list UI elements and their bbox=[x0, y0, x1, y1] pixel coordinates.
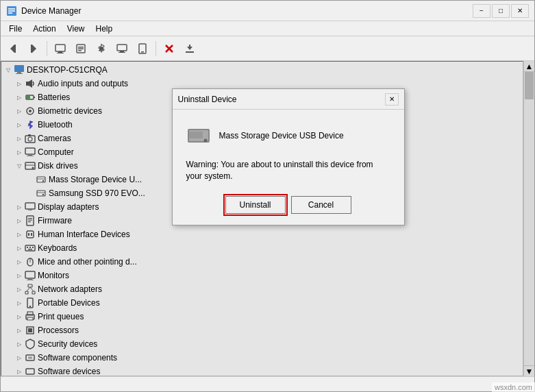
svg-rect-12 bbox=[78, 47, 84, 48]
dialog-close-button[interactable]: ✕ bbox=[385, 93, 399, 106]
uninstall-dialog: Uninstall Device ✕ bbox=[172, 88, 405, 225]
back-button[interactable] bbox=[3, 39, 23, 58]
svg-point-95 bbox=[203, 139, 207, 143]
svg-rect-2 bbox=[8, 10, 15, 12]
uninstall-confirm-button[interactable]: Uninstall bbox=[225, 196, 286, 214]
device-button[interactable] bbox=[133, 39, 152, 58]
close-button[interactable]: ✕ bbox=[511, 4, 529, 18]
settings-button[interactable] bbox=[92, 39, 111, 58]
forward-button[interactable] bbox=[24, 39, 43, 58]
menu-bar: File Action View Help bbox=[1, 21, 534, 36]
display-button[interactable] bbox=[112, 39, 132, 58]
svg-rect-14 bbox=[78, 50, 82, 51]
dialog-buttons: Uninstall Cancel bbox=[186, 196, 390, 214]
svg-rect-19 bbox=[141, 51, 144, 53]
svg-rect-10 bbox=[57, 53, 64, 53]
properties-button[interactable] bbox=[71, 39, 90, 58]
uninstall-button[interactable] bbox=[160, 39, 179, 58]
dialog-content: Mass Storage Device USB Device Warning: … bbox=[173, 110, 404, 225]
svg-rect-5 bbox=[14, 45, 16, 53]
svg-rect-3 bbox=[8, 12, 12, 14]
watermark: wsxdn.com bbox=[492, 382, 535, 392]
menu-file[interactable]: File bbox=[3, 23, 27, 35]
status-bar bbox=[1, 376, 534, 391]
dialog-device-row: Mass Storage Device USB Device bbox=[186, 123, 390, 148]
menu-action[interactable]: Action bbox=[27, 23, 61, 35]
toolbar bbox=[1, 36, 534, 61]
minimize-button[interactable]: − bbox=[473, 4, 490, 18]
title-bar: Device Manager − □ ✕ bbox=[1, 1, 534, 21]
svg-rect-96 bbox=[189, 132, 203, 138]
content-area: ▽ DESKTOP-C51CRQA ▷ Audio inputs and out… bbox=[1, 61, 534, 376]
svg-rect-7 bbox=[31, 45, 32, 53]
computer-button[interactable] bbox=[51, 39, 70, 58]
menu-view[interactable]: View bbox=[62, 23, 90, 35]
svg-rect-1 bbox=[8, 8, 15, 10]
modal-overlay: Uninstall Device ✕ bbox=[1, 61, 534, 376]
svg-rect-15 bbox=[117, 45, 127, 51]
dialog-title-bar: Uninstall Device ✕ bbox=[173, 89, 404, 110]
dialog-device-icon bbox=[186, 123, 211, 148]
dialog-device-name: Mass Storage Device USB Device bbox=[219, 131, 344, 140]
dialog-title: Uninstall Device bbox=[178, 95, 385, 104]
svg-rect-24 bbox=[186, 51, 194, 53]
menu-help[interactable]: Help bbox=[90, 23, 119, 35]
window-controls: − □ ✕ bbox=[473, 4, 529, 18]
svg-marker-4 bbox=[10, 45, 14, 53]
cancel-button[interactable]: Cancel bbox=[291, 196, 351, 214]
svg-rect-16 bbox=[120, 51, 124, 52]
svg-rect-9 bbox=[58, 51, 62, 53]
svg-rect-13 bbox=[78, 48, 84, 49]
window-icon bbox=[6, 5, 17, 16]
svg-rect-17 bbox=[119, 52, 125, 53]
update-button[interactable] bbox=[180, 39, 199, 58]
svg-rect-23 bbox=[189, 45, 190, 47]
toolbar-sep-2 bbox=[155, 41, 156, 56]
toolbar-sep-1 bbox=[47, 41, 47, 56]
svg-marker-6 bbox=[32, 45, 36, 53]
dialog-warning: Warning: You are about to uninstall this… bbox=[186, 159, 390, 182]
device-manager-window: Device Manager − □ ✕ File Action View He… bbox=[0, 0, 535, 392]
window-title: Device Manager bbox=[21, 6, 473, 16]
svg-rect-8 bbox=[55, 45, 65, 51]
maximize-button[interactable]: □ bbox=[492, 4, 510, 18]
